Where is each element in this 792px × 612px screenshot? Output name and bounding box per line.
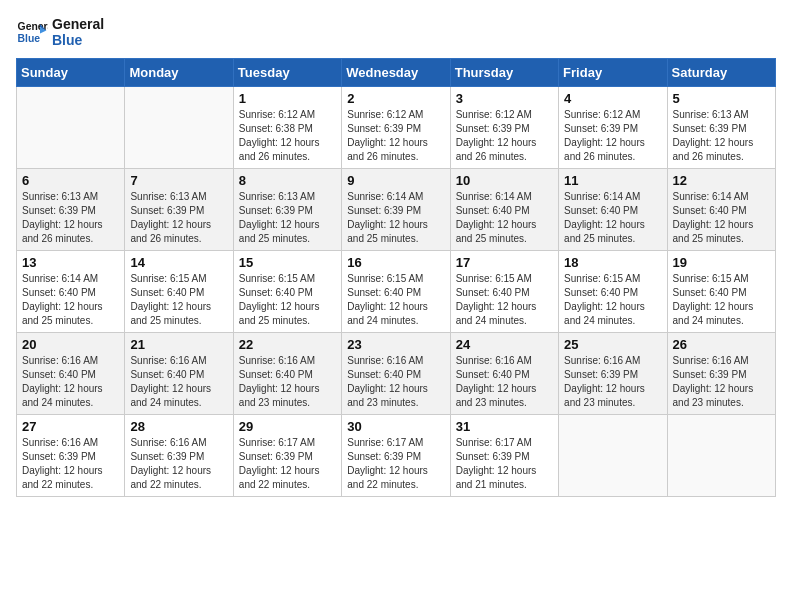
day-cell-28: 28Sunrise: 6:16 AM Sunset: 6:39 PM Dayli… xyxy=(125,415,233,497)
day-number: 31 xyxy=(456,419,553,434)
day-number: 4 xyxy=(564,91,661,106)
day-number: 9 xyxy=(347,173,444,188)
day-info: Sunrise: 6:14 AM Sunset: 6:40 PM Dayligh… xyxy=(456,190,553,246)
calendar-table: SundayMondayTuesdayWednesdayThursdayFrid… xyxy=(16,58,776,497)
day-cell-11: 11Sunrise: 6:14 AM Sunset: 6:40 PM Dayli… xyxy=(559,169,667,251)
day-info: Sunrise: 6:16 AM Sunset: 6:40 PM Dayligh… xyxy=(239,354,336,410)
day-number: 6 xyxy=(22,173,119,188)
day-cell-7: 7Sunrise: 6:13 AM Sunset: 6:39 PM Daylig… xyxy=(125,169,233,251)
logo-blue: Blue xyxy=(52,32,104,48)
weekday-header-wednesday: Wednesday xyxy=(342,59,450,87)
day-cell-30: 30Sunrise: 6:17 AM Sunset: 6:39 PM Dayli… xyxy=(342,415,450,497)
day-cell-21: 21Sunrise: 6:16 AM Sunset: 6:40 PM Dayli… xyxy=(125,333,233,415)
day-info: Sunrise: 6:16 AM Sunset: 6:39 PM Dayligh… xyxy=(130,436,227,492)
day-number: 15 xyxy=(239,255,336,270)
day-cell-24: 24Sunrise: 6:16 AM Sunset: 6:40 PM Dayli… xyxy=(450,333,558,415)
day-info: Sunrise: 6:16 AM Sunset: 6:40 PM Dayligh… xyxy=(456,354,553,410)
day-number: 18 xyxy=(564,255,661,270)
weekday-header-saturday: Saturday xyxy=(667,59,775,87)
day-number: 25 xyxy=(564,337,661,352)
day-cell-12: 12Sunrise: 6:14 AM Sunset: 6:40 PM Dayli… xyxy=(667,169,775,251)
day-number: 3 xyxy=(456,91,553,106)
day-cell-8: 8Sunrise: 6:13 AM Sunset: 6:39 PM Daylig… xyxy=(233,169,341,251)
weekday-header-friday: Friday xyxy=(559,59,667,87)
day-cell-6: 6Sunrise: 6:13 AM Sunset: 6:39 PM Daylig… xyxy=(17,169,125,251)
day-number: 12 xyxy=(673,173,770,188)
day-info: Sunrise: 6:16 AM Sunset: 6:40 PM Dayligh… xyxy=(22,354,119,410)
day-number: 29 xyxy=(239,419,336,434)
day-cell-19: 19Sunrise: 6:15 AM Sunset: 6:40 PM Dayli… xyxy=(667,251,775,333)
day-info: Sunrise: 6:17 AM Sunset: 6:39 PM Dayligh… xyxy=(347,436,444,492)
day-number: 17 xyxy=(456,255,553,270)
day-number: 23 xyxy=(347,337,444,352)
day-number: 26 xyxy=(673,337,770,352)
day-number: 5 xyxy=(673,91,770,106)
day-number: 20 xyxy=(22,337,119,352)
day-cell-13: 13Sunrise: 6:14 AM Sunset: 6:40 PM Dayli… xyxy=(17,251,125,333)
day-info: Sunrise: 6:14 AM Sunset: 6:40 PM Dayligh… xyxy=(673,190,770,246)
day-cell-29: 29Sunrise: 6:17 AM Sunset: 6:39 PM Dayli… xyxy=(233,415,341,497)
day-info: Sunrise: 6:15 AM Sunset: 6:40 PM Dayligh… xyxy=(347,272,444,328)
empty-cell xyxy=(17,87,125,169)
weekday-header-sunday: Sunday xyxy=(17,59,125,87)
day-info: Sunrise: 6:16 AM Sunset: 6:39 PM Dayligh… xyxy=(564,354,661,410)
day-info: Sunrise: 6:12 AM Sunset: 6:39 PM Dayligh… xyxy=(347,108,444,164)
day-cell-31: 31Sunrise: 6:17 AM Sunset: 6:39 PM Dayli… xyxy=(450,415,558,497)
week-row-2: 6Sunrise: 6:13 AM Sunset: 6:39 PM Daylig… xyxy=(17,169,776,251)
day-info: Sunrise: 6:15 AM Sunset: 6:40 PM Dayligh… xyxy=(564,272,661,328)
logo-general: General xyxy=(52,16,104,32)
empty-cell xyxy=(559,415,667,497)
day-cell-16: 16Sunrise: 6:15 AM Sunset: 6:40 PM Dayli… xyxy=(342,251,450,333)
day-info: Sunrise: 6:14 AM Sunset: 6:40 PM Dayligh… xyxy=(22,272,119,328)
day-info: Sunrise: 6:12 AM Sunset: 6:39 PM Dayligh… xyxy=(564,108,661,164)
day-number: 21 xyxy=(130,337,227,352)
weekday-header-tuesday: Tuesday xyxy=(233,59,341,87)
day-info: Sunrise: 6:16 AM Sunset: 6:39 PM Dayligh… xyxy=(673,354,770,410)
day-cell-23: 23Sunrise: 6:16 AM Sunset: 6:40 PM Dayli… xyxy=(342,333,450,415)
day-info: Sunrise: 6:13 AM Sunset: 6:39 PM Dayligh… xyxy=(673,108,770,164)
day-info: Sunrise: 6:15 AM Sunset: 6:40 PM Dayligh… xyxy=(239,272,336,328)
day-cell-4: 4Sunrise: 6:12 AM Sunset: 6:39 PM Daylig… xyxy=(559,87,667,169)
week-row-4: 20Sunrise: 6:16 AM Sunset: 6:40 PM Dayli… xyxy=(17,333,776,415)
day-number: 14 xyxy=(130,255,227,270)
day-number: 8 xyxy=(239,173,336,188)
day-number: 24 xyxy=(456,337,553,352)
day-cell-14: 14Sunrise: 6:15 AM Sunset: 6:40 PM Dayli… xyxy=(125,251,233,333)
week-row-3: 13Sunrise: 6:14 AM Sunset: 6:40 PM Dayli… xyxy=(17,251,776,333)
day-info: Sunrise: 6:13 AM Sunset: 6:39 PM Dayligh… xyxy=(22,190,119,246)
day-info: Sunrise: 6:13 AM Sunset: 6:39 PM Dayligh… xyxy=(239,190,336,246)
empty-cell xyxy=(125,87,233,169)
day-cell-2: 2Sunrise: 6:12 AM Sunset: 6:39 PM Daylig… xyxy=(342,87,450,169)
day-cell-10: 10Sunrise: 6:14 AM Sunset: 6:40 PM Dayli… xyxy=(450,169,558,251)
day-cell-1: 1Sunrise: 6:12 AM Sunset: 6:38 PM Daylig… xyxy=(233,87,341,169)
day-info: Sunrise: 6:16 AM Sunset: 6:40 PM Dayligh… xyxy=(130,354,227,410)
week-row-1: 1Sunrise: 6:12 AM Sunset: 6:38 PM Daylig… xyxy=(17,87,776,169)
day-info: Sunrise: 6:12 AM Sunset: 6:39 PM Dayligh… xyxy=(456,108,553,164)
weekday-header-row: SundayMondayTuesdayWednesdayThursdayFrid… xyxy=(17,59,776,87)
day-info: Sunrise: 6:15 AM Sunset: 6:40 PM Dayligh… xyxy=(130,272,227,328)
page-header: General Blue General Blue xyxy=(16,16,776,48)
day-info: Sunrise: 6:15 AM Sunset: 6:40 PM Dayligh… xyxy=(456,272,553,328)
weekday-header-thursday: Thursday xyxy=(450,59,558,87)
day-cell-17: 17Sunrise: 6:15 AM Sunset: 6:40 PM Dayli… xyxy=(450,251,558,333)
day-number: 16 xyxy=(347,255,444,270)
day-cell-9: 9Sunrise: 6:14 AM Sunset: 6:39 PM Daylig… xyxy=(342,169,450,251)
day-cell-25: 25Sunrise: 6:16 AM Sunset: 6:39 PM Dayli… xyxy=(559,333,667,415)
day-number: 19 xyxy=(673,255,770,270)
day-cell-20: 20Sunrise: 6:16 AM Sunset: 6:40 PM Dayli… xyxy=(17,333,125,415)
day-number: 7 xyxy=(130,173,227,188)
day-number: 30 xyxy=(347,419,444,434)
day-info: Sunrise: 6:14 AM Sunset: 6:40 PM Dayligh… xyxy=(564,190,661,246)
day-info: Sunrise: 6:17 AM Sunset: 6:39 PM Dayligh… xyxy=(456,436,553,492)
logo: General Blue General Blue xyxy=(16,16,104,48)
day-info: Sunrise: 6:13 AM Sunset: 6:39 PM Dayligh… xyxy=(130,190,227,246)
svg-text:Blue: Blue xyxy=(18,33,41,44)
day-number: 11 xyxy=(564,173,661,188)
day-info: Sunrise: 6:16 AM Sunset: 6:40 PM Dayligh… xyxy=(347,354,444,410)
day-number: 28 xyxy=(130,419,227,434)
day-cell-18: 18Sunrise: 6:15 AM Sunset: 6:40 PM Dayli… xyxy=(559,251,667,333)
day-number: 22 xyxy=(239,337,336,352)
day-info: Sunrise: 6:12 AM Sunset: 6:38 PM Dayligh… xyxy=(239,108,336,164)
day-number: 27 xyxy=(22,419,119,434)
weekday-header-monday: Monday xyxy=(125,59,233,87)
